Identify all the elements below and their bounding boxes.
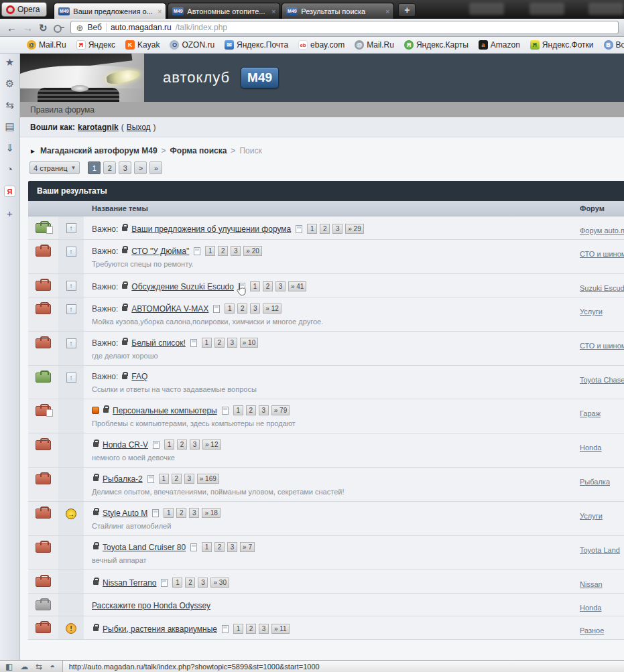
bookmark-item[interactable]: ✉Яндекс.Почта — [225, 40, 288, 50]
panel-toggle-icon[interactable]: ◧ — [5, 663, 13, 671]
topic-page-button[interactable]: 2 — [185, 578, 195, 588]
bookmark-item[interactable]: @Mail.Ru — [355, 40, 394, 50]
topic-page-button[interactable]: 3 — [259, 624, 269, 634]
topic-link[interactable]: Рыбки, растения аквариумные — [103, 624, 217, 634]
turbo-icon[interactable]: ◓ — [50, 663, 54, 671]
topic-page-button[interactable]: 2 — [177, 440, 187, 450]
topic-last-page-button[interactable]: » 169 — [197, 474, 219, 484]
bookmark-item[interactable]: @Mail.Ru — [27, 40, 66, 50]
topic-link[interactable]: Nissan Terrano — [103, 578, 156, 588]
topic-last-page-button[interactable]: » 11 — [271, 624, 290, 634]
url-field[interactable]: ⊕ Веб auto.magadan.ru/talk/index.php — [70, 21, 619, 34]
back-button[interactable]: ← — [7, 23, 17, 33]
topic-last-page-button[interactable]: » 20 — [243, 246, 261, 256]
forum-rules-link[interactable]: Правила форума — [30, 105, 95, 115]
topic-link[interactable]: Toyota Land Cruiser 80 — [103, 543, 186, 552]
topic-page-button[interactable]: 3 — [189, 508, 199, 518]
forum-link[interactable]: Гараж — [580, 409, 601, 417]
reload-button[interactable]: ↻ — [39, 23, 48, 33]
forum-link[interactable]: Toyota Land — [580, 546, 620, 554]
topic-last-page-button[interactable]: » 29 — [345, 224, 363, 234]
topic-page-button[interactable]: 3 — [227, 542, 237, 552]
topic-page-button[interactable]: 1 — [164, 440, 174, 450]
close-icon[interactable]: × — [158, 7, 162, 15]
topic-page-button[interactable]: 1 — [205, 246, 215, 256]
yandex-panel-icon[interactable]: Я — [4, 186, 15, 197]
share-icon[interactable]: ⇆ — [5, 100, 14, 110]
topic-page-button[interactable]: 3 — [198, 578, 208, 588]
bookmark-item[interactable]: ebebay.com — [298, 40, 345, 50]
topic-page-button[interactable]: 1 — [172, 578, 182, 588]
share-icon[interactable]: ⇆ — [36, 663, 42, 671]
topic-page-button[interactable]: 3 — [275, 281, 286, 291]
topic-last-page-button[interactable]: » 41 — [288, 281, 306, 291]
topic-page-button[interactable]: 1 — [233, 624, 243, 634]
forum-link[interactable]: Nissan — [580, 580, 603, 588]
topic-link[interactable]: Персональные компьютеры — [113, 406, 217, 415]
topic-page-button[interactable]: 2 — [320, 224, 330, 234]
topic-last-page-button[interactable]: » 7 — [240, 542, 255, 552]
tab-2[interactable]: M49 Автономные отопите... × — [168, 3, 280, 19]
bookmark-item[interactable]: OOZON.ru — [170, 40, 214, 50]
topic-page-button[interactable]: 2 — [172, 474, 182, 484]
close-icon[interactable]: × — [385, 7, 389, 15]
topic-last-page-button[interactable]: » 18 — [202, 508, 220, 518]
page-button-1[interactable]: 1 — [88, 161, 101, 174]
topic-link[interactable]: Style Auto M — [103, 509, 147, 518]
bookmark-item[interactable]: KKayak — [125, 40, 160, 50]
topic-page-button[interactable]: 1 — [164, 508, 174, 518]
tab-1[interactable]: M49 Ваши предложения о... × — [54, 3, 166, 19]
pages-dropdown-button[interactable]: 4 страниц ▼ — [29, 161, 80, 174]
username-link[interactable]: karotagnik — [78, 123, 119, 132]
history-clock-icon[interactable]: ◔ — [7, 164, 13, 174]
topic-last-page-button[interactable]: » 30 — [210, 578, 229, 588]
forum-link[interactable]: Toyota Chase — [580, 376, 624, 384]
logout-link[interactable]: Выход — [127, 123, 151, 132]
topic-page-button[interactable]: 1 — [202, 338, 212, 348]
tab-3-active[interactable]: M49 Результаты поиска × — [282, 3, 394, 19]
cloud-icon[interactable]: ☁ — [20, 663, 28, 671]
forum-link[interactable]: Услуги — [580, 512, 603, 520]
topic-last-page-button[interactable]: » 12 — [263, 304, 281, 314]
topic-page-button[interactable]: 3 — [250, 304, 260, 314]
topic-page-button[interactable]: 2 — [176, 508, 186, 518]
forward-button[interactable]: → — [23, 23, 33, 33]
downloads-icon[interactable]: ⇓ — [5, 143, 14, 153]
topic-page-button[interactable]: 1 — [202, 542, 212, 552]
forum-link[interactable]: Услуги — [580, 308, 603, 316]
topic-link[interactable]: СТО "У Дюйма" — [131, 247, 189, 256]
page-button-2[interactable]: 2 — [103, 161, 116, 174]
topic-page-button[interactable]: 3 — [190, 440, 200, 450]
topic-last-page-button[interactable]: » 79 — [271, 405, 290, 415]
topic-link[interactable]: Расскажите про Honda Odyssey — [92, 601, 210, 610]
bookmark-item[interactable]: aAmazon — [479, 40, 520, 50]
opera-menu-button[interactable]: Opera — [1, 2, 47, 17]
notes-icon[interactable]: ▤ — [5, 121, 14, 131]
forum-link[interactable]: Honda — [580, 444, 601, 452]
close-icon[interactable]: × — [271, 7, 275, 15]
topic-link[interactable]: Белый список! — [131, 338, 185, 348]
page-next-button[interactable]: > — [134, 161, 147, 174]
topic-page-button[interactable]: 2 — [246, 624, 256, 634]
topic-page-button[interactable]: 1 — [233, 405, 243, 415]
page-button-3[interactable]: 3 — [119, 161, 131, 174]
topic-link[interactable]: Honda CR-V — [103, 440, 148, 450]
bookmark-item[interactable]: BBooking. — [604, 40, 624, 50]
breadcrumb-link[interactable]: Магаданский автофорум M49 — [40, 146, 158, 155]
topic-link[interactable]: АВТОМОЙКА V-MAX — [131, 304, 208, 314]
topic-page-button[interactable]: 2 — [214, 542, 225, 552]
bookmark-item[interactable]: ЯЯндекс — [76, 40, 115, 50]
page-last-button[interactable]: » — [149, 161, 162, 174]
forum-link[interactable]: Рыбалка — [580, 478, 610, 486]
topic-link[interactable]: Обсуждение Suzuki Escudo — [131, 282, 234, 291]
topic-page-button[interactable]: 2 — [214, 338, 225, 348]
bookmarks-star-icon[interactable]: ★ — [5, 57, 14, 67]
topic-page-button[interactable]: 3 — [259, 405, 269, 415]
bookmark-item[interactable]: ЯЯндекс.Фотки — [530, 40, 594, 50]
topic-last-page-button[interactable]: » 10 — [240, 338, 258, 348]
password-key-icon[interactable] — [54, 24, 64, 31]
topic-link[interactable]: Рыбалка-2 — [103, 474, 143, 484]
gear-icon[interactable]: ⚙ — [5, 78, 14, 88]
forum-link[interactable]: Honda — [580, 604, 601, 612]
topic-page-button[interactable]: 1 — [250, 281, 260, 291]
